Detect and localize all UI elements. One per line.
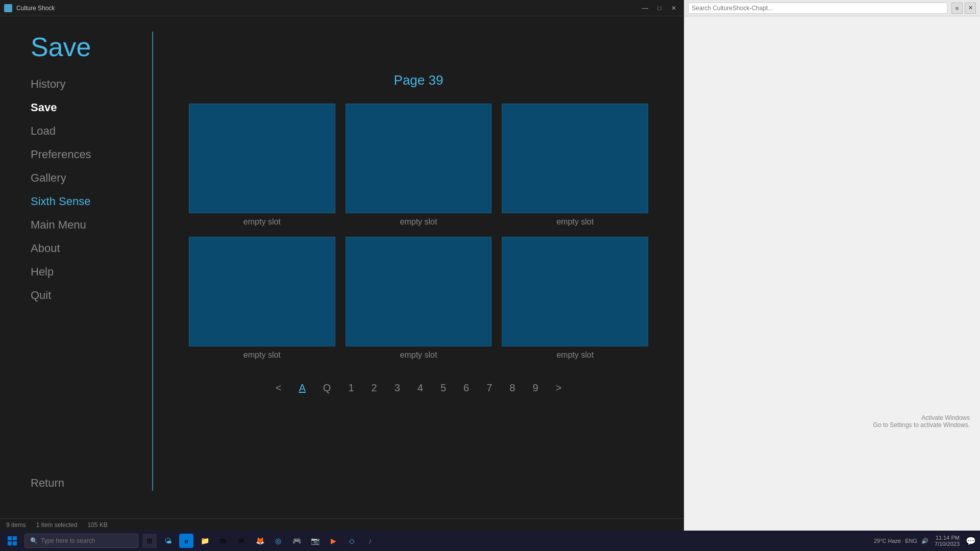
- status-bar: 9 items 1 item selected 105 KB: [0, 518, 684, 531]
- page-btn-4[interactable]: 4: [413, 380, 427, 396]
- app1-icon: 🦊: [256, 537, 264, 545]
- taskbar-app3-button[interactable]: 🎮: [289, 534, 304, 548]
- return-button[interactable]: Return: [31, 477, 64, 489]
- start-button[interactable]: [4, 533, 20, 549]
- app2-icon: ◎: [275, 537, 281, 545]
- title-bar-left: Culture Shock: [4, 4, 55, 12]
- lang-indicator: ENG: [905, 538, 917, 544]
- date-display: 7/10/2023: [935, 541, 960, 547]
- slot-label-1: empty slot: [243, 217, 281, 227]
- selected-count: 1 item selected: [36, 521, 78, 529]
- sidebar-item-quit[interactable]: Quit: [31, 284, 153, 307]
- sidebar-item-sixth-sense[interactable]: Sixth Sense: [31, 190, 153, 213]
- sidebar-item-gallery[interactable]: Gallery: [31, 166, 153, 190]
- taskbar-app6-button[interactable]: ◇: [345, 534, 359, 548]
- search-icon: 🔍: [30, 537, 38, 544]
- page-btn-6[interactable]: 6: [459, 380, 473, 396]
- sidebar-item-preferences[interactable]: Preferences: [31, 143, 153, 166]
- app-icon: [4, 4, 12, 12]
- sidebar-item-main-menu[interactable]: Main Menu: [31, 213, 153, 237]
- explorer-icon: 📁: [201, 537, 209, 545]
- taskbar-store-button[interactable]: 🛍: [216, 534, 230, 548]
- page-indicator: Page 39: [394, 72, 444, 88]
- app7-icon: ♪: [369, 537, 372, 545]
- page-btn-9[interactable]: 9: [528, 380, 542, 396]
- sidebar-item-history[interactable]: History: [31, 72, 153, 96]
- taskbar-app4-button[interactable]: 📷: [308, 534, 322, 548]
- slots-grid: empty slot empty slot empty slot empty s…: [189, 104, 648, 360]
- content-area: Page 39 empty slot empty slot empty slot…: [153, 72, 684, 551]
- sidebar-item-help[interactable]: Help: [31, 260, 153, 284]
- app6-icon: ◇: [349, 537, 355, 545]
- page-btn-8[interactable]: 8: [505, 380, 519, 396]
- page-btn-5[interactable]: 5: [436, 380, 450, 396]
- taskbar-left: 🔍 ⊞ 🌤 e 📁 🛍 ✉ 🦊 ◎ 🎮 📷: [4, 533, 377, 549]
- app4-icon: 📷: [311, 537, 320, 545]
- page-btn-a[interactable]: A: [295, 380, 309, 396]
- activate-line2: Go to Settings to activate Windows.: [873, 421, 970, 429]
- file-size: 105 KB: [87, 521, 107, 529]
- save-slot-6[interactable]: [502, 237, 648, 346]
- sidebar-item-about[interactable]: About: [31, 237, 153, 260]
- list-item: empty slot: [346, 104, 492, 227]
- save-heading: Save: [0, 16, 684, 72]
- taskbar: 🔍 ⊞ 🌤 e 📁 🛍 ✉ 🦊 ◎ 🎮 📷: [0, 531, 980, 551]
- maximize-button[interactable]: □: [653, 3, 666, 13]
- clock: 11:14 PM 7/10/2023: [935, 535, 960, 547]
- list-item: empty slot: [189, 237, 335, 360]
- taskbar-search-input[interactable]: [41, 537, 133, 544]
- app-container: Save History Save Load Preferences Galle…: [0, 16, 684, 551]
- right-panel-btn-2[interactable]: ✕: [965, 3, 976, 14]
- taskbar-explorer-button[interactable]: 📁: [198, 534, 212, 548]
- taskbar-app5-button[interactable]: ▶: [326, 534, 340, 548]
- page-btn-3[interactable]: 3: [390, 380, 404, 396]
- taskbar-app2-button[interactable]: ◎: [271, 534, 285, 548]
- save-slot-4[interactable]: [189, 237, 335, 346]
- taskbar-edge-button[interactable]: e: [179, 534, 193, 548]
- notification-button[interactable]: 💬: [966, 536, 976, 546]
- list-item: empty slot: [346, 237, 492, 360]
- save-slot-2[interactable]: [346, 104, 492, 213]
- taskbar-right: 29°C Haze ENG 🔊 11:14 PM 7/10/2023 💬: [874, 535, 976, 547]
- sidebar-item-save[interactable]: Save: [31, 96, 153, 119]
- taskbar-widgets-button[interactable]: 🌤: [161, 534, 175, 548]
- edge-icon: e: [184, 537, 188, 545]
- page-prev-button[interactable]: <: [272, 380, 286, 396]
- taskbar-view-button[interactable]: ⊞: [142, 534, 157, 548]
- items-count: 9 items: [6, 521, 26, 529]
- system-tray: 29°C Haze ENG 🔊: [874, 538, 928, 544]
- page-next-button[interactable]: >: [552, 380, 566, 396]
- time-display: 11:14 PM: [935, 535, 960, 541]
- widgets-icon: 🌤: [164, 537, 172, 545]
- list-item: empty slot: [502, 237, 648, 360]
- taskbar-search-bar[interactable]: 🔍: [24, 534, 138, 548]
- right-panel: ≡ ✕ Activate Windows Go to Settings to a…: [684, 0, 980, 531]
- volume-icon[interactable]: 🔊: [921, 538, 928, 544]
- main-content: History Save Load Preferences Gallery Si…: [0, 72, 684, 551]
- window-title: Culture Shock: [16, 5, 55, 12]
- store-icon: 🛍: [219, 537, 227, 545]
- page-btn-1[interactable]: 1: [344, 380, 358, 396]
- right-panel-search-input[interactable]: [688, 3, 947, 14]
- page-btn-7[interactable]: 7: [482, 380, 496, 396]
- page-btn-q[interactable]: Q: [319, 380, 335, 396]
- save-slot-1[interactable]: [189, 104, 335, 213]
- save-slot-5[interactable]: [346, 237, 492, 346]
- slot-label-2: empty slot: [400, 217, 437, 227]
- right-panel-btn-1[interactable]: ≡: [951, 3, 963, 14]
- taskbar-app7-button[interactable]: ♪: [363, 534, 377, 548]
- close-button[interactable]: ✕: [668, 3, 680, 13]
- page-btn-2[interactable]: 2: [368, 380, 381, 396]
- taskbar-app1-button[interactable]: 🦊: [253, 534, 267, 548]
- list-item: empty slot: [502, 104, 648, 227]
- minimize-button[interactable]: —: [639, 3, 651, 13]
- weather-tray: 29°C Haze: [874, 538, 901, 544]
- title-bar: Culture Shock — □ ✕: [0, 0, 684, 16]
- taskbar-mail-button[interactable]: ✉: [234, 534, 249, 548]
- app5-icon: ▶: [331, 537, 336, 545]
- sidebar-item-load[interactable]: Load: [31, 119, 153, 143]
- right-panel-header: ≡ ✕: [684, 0, 980, 16]
- slot-label-4: empty slot: [243, 350, 281, 360]
- activate-line1: Activate Windows: [873, 414, 970, 421]
- save-slot-3[interactable]: [502, 104, 648, 213]
